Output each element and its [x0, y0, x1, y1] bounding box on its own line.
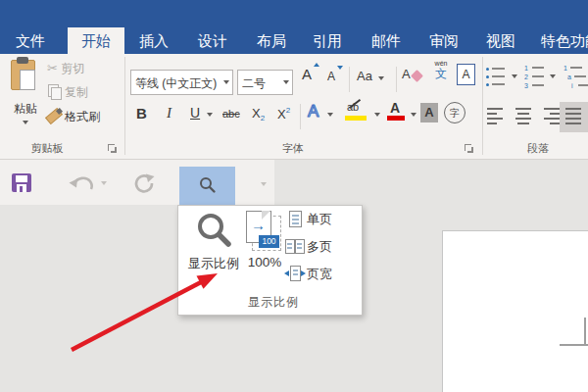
- word-window: 文件 开始 插入 设计 布局 引用 邮件 审阅 视图 特色功能 粘贴 ✂ 剪切 …: [0, 0, 588, 392]
- tab-references[interactable]: 引用: [313, 27, 342, 54]
- copy-label: 复制: [65, 84, 88, 101]
- subscript-button[interactable]: X2: [252, 106, 265, 122]
- align-center-button[interactable]: [515, 108, 531, 125]
- tab-view[interactable]: 视图: [486, 27, 515, 54]
- text-boundary-mark: [584, 318, 586, 346]
- underline-button[interactable]: U: [190, 105, 200, 121]
- font-name-caret[interactable]: [223, 80, 229, 84]
- shrink-font-arrow-icon: [337, 66, 343, 70]
- paste-dropdown-caret[interactable]: [23, 121, 28, 124]
- undo-icon: [69, 174, 96, 194]
- bullets-button[interactable]: [486, 66, 506, 87]
- highlight-caret[interactable]: [374, 113, 380, 117]
- zoom-100-button[interactable]: → 100 100%: [242, 209, 287, 277]
- zoom-dialog-button[interactable]: 显示比例: [182, 209, 245, 277]
- superscript-button[interactable]: X2: [277, 106, 290, 122]
- qat-overflow-caret[interactable]: [261, 182, 267, 186]
- font-color-button[interactable]: A: [387, 100, 407, 122]
- change-case-caret[interactable]: [378, 76, 384, 80]
- cut-button[interactable]: ✂ 剪切: [47, 61, 84, 77]
- bold-button[interactable]: B: [136, 105, 147, 122]
- bullets-caret[interactable]: [512, 74, 517, 78]
- tab-review[interactable]: 审阅: [429, 27, 459, 54]
- text-effects-caret[interactable]: [327, 113, 333, 117]
- floppy-icon: [16, 175, 27, 182]
- multi-page-icon: [285, 239, 295, 254]
- align-right-button[interactable]: [544, 108, 560, 125]
- highlight-color-bar: [345, 116, 367, 121]
- zoom-popup: 显示比例 → 100 100% 单页: [177, 205, 363, 316]
- tab-special-features[interactable]: 特色功能: [541, 27, 588, 54]
- page-width-icon: [284, 270, 289, 276]
- ribbon-tab-bar: 文件 开始 插入 设计 布局 引用 邮件 审阅 视图 特色功能: [0, 27, 588, 54]
- multi-page-button[interactable]: 多页: [284, 237, 359, 257]
- cut-label: 剪切: [61, 62, 84, 75]
- font-size-combo[interactable]: 二号: [237, 70, 293, 95]
- title-bar: [0, 0, 588, 27]
- numbering-button[interactable]: 1 2 3: [524, 64, 546, 89]
- blue-arrow-icon: →: [251, 217, 266, 233]
- multi-page-label: 多页: [307, 238, 332, 256]
- one-page-button[interactable]: 单页: [284, 210, 359, 229]
- grow-font-button[interactable]: A: [302, 66, 312, 82]
- group-separator: [124, 57, 125, 155]
- magnifier-icon: [199, 176, 217, 194]
- character-shading-button[interactable]: A: [420, 103, 438, 122]
- undo-caret[interactable]: [101, 181, 107, 185]
- zoom-100-badge: 100: [259, 235, 279, 248]
- save-button[interactable]: [12, 173, 31, 192]
- paste-label: 粘贴: [6, 101, 45, 118]
- font-color-bar: [387, 116, 405, 121]
- highlight-button[interactable]: ab: [345, 101, 368, 122]
- zoom-tool-button-active[interactable]: [179, 167, 235, 205]
- underline-caret[interactable]: [207, 113, 213, 117]
- character-border-button[interactable]: A: [457, 64, 475, 85]
- clipboard-dialog-launcher-icon[interactable]: [108, 144, 118, 154]
- font-name-value: 等线 (中文正文): [135, 75, 217, 92]
- font-dialog-launcher-icon[interactable]: [465, 144, 474, 154]
- multilevel-list-button[interactable]: 1 a i: [564, 64, 588, 89]
- strikethrough-button[interactable]: abc: [222, 108, 240, 120]
- eraser-icon: [411, 70, 423, 82]
- tab-home-active[interactable]: 开始: [68, 27, 124, 54]
- italic-button[interactable]: I: [167, 105, 172, 122]
- zoom-dialog-label: 显示比例: [180, 255, 247, 272]
- paragraph-group-label: 段落: [516, 141, 560, 156]
- numbering-caret[interactable]: [550, 74, 556, 78]
- document-page[interactable]: [442, 230, 588, 392]
- tab-file[interactable]: 文件: [16, 27, 45, 54]
- one-page-label: 单页: [307, 211, 332, 228]
- group-separator: [482, 57, 483, 155]
- phonetic-guide-button[interactable]: wén 文: [429, 60, 453, 93]
- scissors-icon: ✂: [47, 61, 58, 75]
- paste-button[interactable]: 粘贴: [6, 56, 45, 134]
- font-size-value: 二号: [242, 75, 266, 92]
- text-effects-button[interactable]: A: [308, 102, 318, 122]
- justify-button-selected[interactable]: [560, 102, 588, 132]
- align-left-button[interactable]: [487, 108, 503, 125]
- zoom-group-label: 显示比例: [224, 294, 322, 311]
- undo-button[interactable]: [69, 174, 96, 194]
- redo-button[interactable]: [133, 173, 155, 194]
- enclose-characters-button[interactable]: 字: [444, 102, 466, 123]
- format-painter-label: 格式刷: [65, 109, 100, 125]
- tab-design[interactable]: 设计: [198, 27, 227, 54]
- clear-formatting-button[interactable]: A: [402, 65, 427, 90]
- tab-layout[interactable]: 布局: [257, 27, 286, 54]
- format-painter-button[interactable]: 格式刷: [45, 106, 123, 123]
- page-width-label: 页宽: [307, 266, 332, 283]
- change-case-button[interactable]: Aa: [357, 69, 372, 83]
- font-group-label: 字体: [273, 141, 313, 156]
- font-color-caret[interactable]: [411, 113, 416, 117]
- tab-insert[interactable]: 插入: [139, 27, 169, 54]
- font-size-caret[interactable]: [283, 80, 289, 84]
- copy-button[interactable]: 复制: [47, 83, 125, 99]
- shrink-font-button[interactable]: A: [327, 70, 335, 83]
- clipboard-group-label: 剪贴板: [18, 141, 76, 156]
- tab-mailings[interactable]: 邮件: [371, 27, 401, 54]
- page-width-button[interactable]: 页宽: [284, 265, 359, 284]
- zoom-magnifier-icon: [196, 212, 233, 249]
- font-name-combo[interactable]: 等线 (中文正文): [130, 70, 233, 95]
- redo-icon: [133, 173, 155, 194]
- one-page-icon: [289, 211, 302, 227]
